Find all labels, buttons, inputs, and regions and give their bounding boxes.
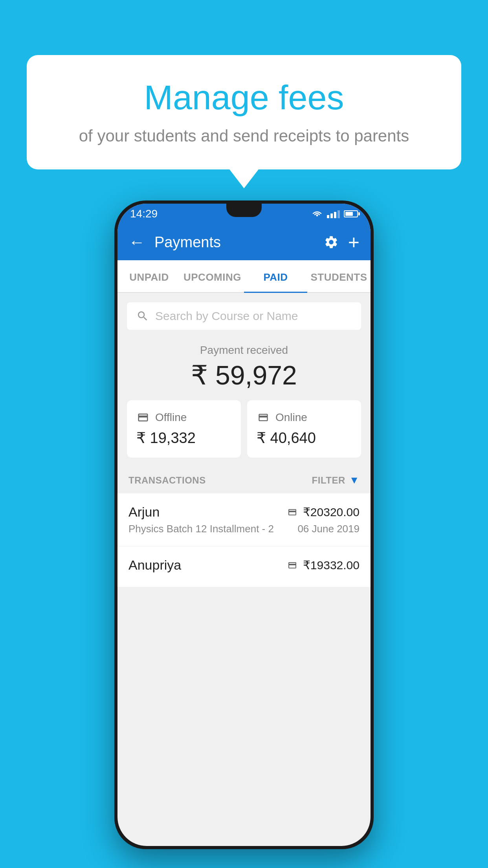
app-bar-title: Payments: [154, 234, 324, 251]
phone-screen: 14:29: [117, 204, 371, 846]
filter-button[interactable]: FILTER ▼: [312, 474, 360, 486]
online-label: Online: [275, 411, 307, 424]
tab-unpaid[interactable]: UNPAID: [117, 260, 181, 292]
table-row[interactable]: Anupriya ₹19332.00: [117, 546, 371, 587]
app-bar: ← Payments +: [117, 224, 371, 260]
payment-received-label: Payment received: [127, 344, 361, 357]
notch: [226, 204, 262, 217]
app-bar-actions: +: [324, 232, 360, 252]
tab-upcoming[interactable]: UPCOMING: [181, 260, 244, 292]
offline-label: Offline: [155, 411, 187, 424]
speech-bubble-subtitle: of your students and send receipts to pa…: [50, 125, 438, 148]
tabs-bar: UNPAID UPCOMING PAID STUDENTS: [117, 260, 371, 293]
online-payment-card: Online ₹ 40,640: [247, 400, 361, 458]
transaction-date: 06 June 2019: [297, 523, 360, 535]
search-icon: [136, 310, 149, 322]
status-time: 14:29: [130, 208, 158, 220]
phone-frame: 14:29: [114, 200, 374, 849]
payment-summary: Payment received ₹ 59,972: [117, 330, 371, 400]
transaction-amount-wrap: ₹19332.00: [286, 558, 360, 572]
card-payment-icon: [286, 508, 298, 517]
transaction-amount-wrap: ₹20320.00: [286, 505, 360, 519]
speech-bubble-container: Manage fees of your students and send re…: [27, 55, 461, 169]
online-card-header: Online: [257, 411, 352, 424]
offline-payment-card: Offline ₹ 19,332: [127, 400, 241, 458]
signal-icon: [327, 210, 340, 218]
transaction-amount: ₹20320.00: [303, 505, 360, 519]
battery-icon: [344, 210, 358, 217]
card-icon: [257, 412, 270, 423]
tab-paid[interactable]: PAID: [244, 260, 307, 292]
transaction-row-top: Arjun ₹20320.00: [128, 504, 360, 520]
transaction-row-bottom: Physics Batch 12 Installment - 2 06 June…: [128, 523, 360, 535]
status-icons: [311, 210, 358, 218]
transaction-name: Anupriya: [128, 557, 181, 573]
status-bar: 14:29: [117, 204, 371, 224]
online-amount: ₹ 40,640: [257, 429, 352, 447]
add-button[interactable]: +: [348, 232, 360, 252]
offline-card-header: Offline: [136, 411, 231, 424]
payment-cards: Offline ₹ 19,332 Online ₹ 40,640: [117, 400, 371, 467]
wifi-icon: [311, 210, 323, 218]
tab-students[interactable]: STUDENTS: [307, 260, 371, 292]
transaction-description: Physics Batch 12 Installment - 2: [128, 523, 274, 535]
transaction-amount: ₹19332.00: [303, 558, 360, 572]
filter-icon: ▼: [349, 474, 360, 486]
offline-amount: ₹ 19,332: [136, 429, 231, 447]
transaction-list: Arjun ₹20320.00 Physics Batch 12 Install…: [117, 493, 371, 587]
search-bar[interactable]: Search by Course or Name: [127, 302, 361, 330]
speech-bubble: Manage fees of your students and send re…: [27, 55, 461, 169]
transaction-row-top: Anupriya ₹19332.00: [128, 557, 360, 573]
speech-bubble-title: Manage fees: [50, 79, 438, 117]
payment-total-amount: ₹ 59,972: [127, 360, 361, 391]
table-row[interactable]: Arjun ₹20320.00 Physics Batch 12 Install…: [117, 493, 371, 546]
transaction-name: Arjun: [128, 504, 160, 520]
cash-icon: [136, 412, 150, 423]
search-placeholder: Search by Course or Name: [155, 309, 298, 323]
back-button[interactable]: ←: [128, 233, 145, 252]
cash-payment-icon: [286, 561, 298, 570]
filter-label: FILTER: [312, 475, 345, 486]
transactions-header: TRANSACTIONS FILTER ▼: [117, 467, 371, 493]
main-content: Search by Course or Name Payment receive…: [117, 302, 371, 587]
transactions-label: TRANSACTIONS: [128, 475, 206, 486]
settings-button[interactable]: [324, 235, 339, 250]
gear-icon: [324, 235, 339, 250]
